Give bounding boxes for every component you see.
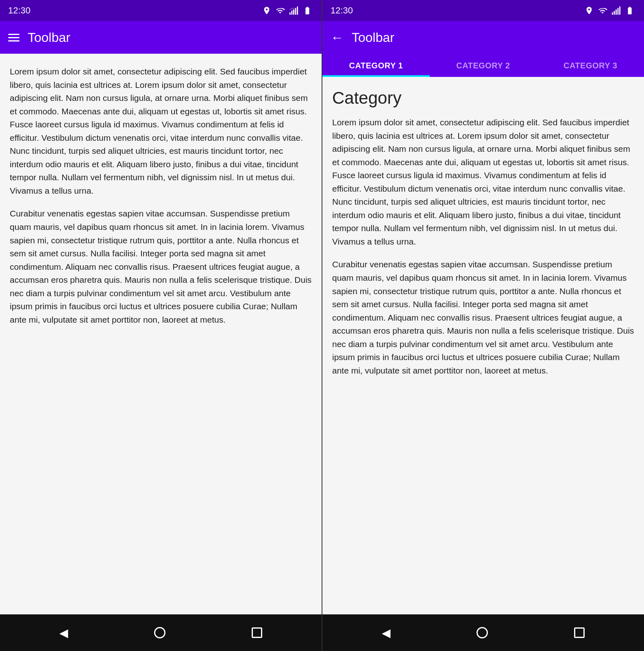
svg-rect-8 <box>618 8 619 15</box>
phone-2: 12:30 ← Toolbar CATEGOR <box>322 0 644 651</box>
wifi-icon-2 <box>597 6 608 15</box>
tab-category-2[interactable]: CATEGORY 2 <box>430 54 537 77</box>
svg-rect-6 <box>614 11 615 15</box>
back-arrow-icon[interactable]: ← <box>331 30 344 45</box>
hamburger-icon[interactable] <box>8 34 20 42</box>
tab-category-3[interactable]: CATEGORY 3 <box>537 54 644 77</box>
paragraph-2-2: Curabitur venenatis egestas sapien vitae… <box>332 258 634 377</box>
svg-rect-5 <box>612 13 613 15</box>
toolbar-title-2: Toolbar <box>352 30 394 45</box>
battery-icon-2 <box>624 6 636 15</box>
status-bar-2: 12:30 <box>322 0 644 21</box>
paragraph-1-1: Lorem ipsum dolor sit amet, consectetur … <box>10 65 312 197</box>
paragraph-1-2: Curabitur venenatis egestas sapien vitae… <box>10 207 312 326</box>
tab-category-1[interactable]: CATEGORY 1 <box>322 54 430 77</box>
svg-rect-2 <box>293 9 294 15</box>
svg-rect-0 <box>289 13 291 15</box>
tabs-bar: CATEGORY 1 CATEGORY 2 CATEGORY 3 <box>322 54 644 77</box>
toolbar-2: ← Toolbar <box>322 21 644 54</box>
svg-rect-4 <box>297 7 298 15</box>
category-heading: Category <box>332 88 634 108</box>
location-icon-2 <box>585 6 594 15</box>
time-2: 12:30 <box>331 5 353 16</box>
recent-button-2[interactable] <box>574 627 585 638</box>
signal-icon <box>289 6 298 15</box>
home-button-1[interactable] <box>154 627 165 638</box>
time-1: 12:30 <box>8 5 30 16</box>
toolbar-1: Toolbar <box>0 21 322 54</box>
status-icons-1 <box>262 6 313 15</box>
svg-rect-3 <box>295 8 296 15</box>
status-icons-2 <box>585 6 636 15</box>
status-bar-1: 12:30 <box>0 0 322 21</box>
home-button-2[interactable] <box>476 627 488 638</box>
svg-rect-7 <box>616 9 617 15</box>
content-area-1: Lorem ipsum dolor sit amet, consectetur … <box>0 54 322 614</box>
svg-rect-9 <box>619 7 620 15</box>
svg-rect-1 <box>292 11 293 15</box>
content-area-2: Category Lorem ipsum dolor sit amet, con… <box>322 77 644 614</box>
signal-icon-2 <box>611 6 620 15</box>
nav-bar-1: ◀ <box>0 614 322 651</box>
battery-icon <box>301 6 313 15</box>
wifi-icon <box>274 6 286 15</box>
phone-1: 12:30 <box>0 0 322 651</box>
paragraph-2-1: Lorem ipsum dolor sit amet, consectetur … <box>332 116 634 248</box>
back-button-1[interactable]: ◀ <box>59 626 68 640</box>
location-icon <box>262 6 271 15</box>
nav-bar-2: ◀ <box>322 614 644 651</box>
back-button-2[interactable]: ◀ <box>382 626 391 640</box>
toolbar-title-1: Toolbar <box>28 30 70 45</box>
recent-button-1[interactable] <box>252 627 262 638</box>
